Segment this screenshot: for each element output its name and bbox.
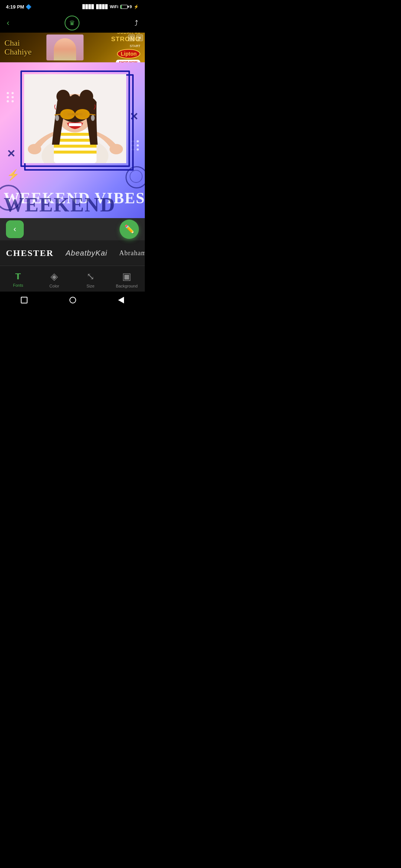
ad-shop-btn[interactable]: SHOP NOW (116, 60, 140, 62)
ad-start: START (130, 44, 140, 48)
size-label: Size (87, 284, 94, 288)
ad-person-shape (54, 38, 76, 60)
system-nav-bar (0, 292, 145, 310)
top-nav: ‹ ♛ ⤴ (0, 13, 145, 33)
font-item-abrahamlincoln[interactable]: AbrahamLincoln (116, 248, 145, 259)
time-display: 4:19 PM (6, 4, 24, 10)
toolbar-item-background[interactable]: ▣ Background (109, 271, 145, 288)
ad-lipton: Lipton (117, 49, 140, 59)
color-label: Color (49, 284, 59, 288)
signal-icon: ▊▊▊▊ (82, 4, 94, 9)
status-indicators: ▊▊▊▊ ▊▊▊▊ WiFi 9 ⚡ (82, 4, 139, 9)
photo-frame[interactable] (20, 70, 130, 167)
text-weekend: WEEKEND (4, 193, 115, 216)
prev-arrow-icon: ‹ (13, 224, 16, 234)
svg-point-23 (91, 115, 95, 121)
girl-svg (24, 74, 126, 163)
svg-point-8 (110, 144, 123, 154)
svg-point-18 (63, 111, 72, 118)
svg-point-7 (28, 144, 41, 154)
text-overlay: WEEKEND VIBES WEEKEND (0, 181, 145, 218)
font-chester-label: CHESTER (6, 248, 54, 258)
export-button[interactable]: ⤴ (134, 19, 138, 27)
battery-percent: 9 (130, 4, 132, 9)
svg-point-22 (55, 115, 59, 121)
prev-button[interactable]: ‹ (6, 220, 24, 238)
system-home-btn[interactable] (69, 297, 76, 303)
svg-rect-21 (69, 123, 82, 126)
svg-rect-6 (54, 151, 97, 154)
signal2-icon: ▊▊▊▊ (96, 4, 108, 9)
toolbar-item-color[interactable]: ◈ Color (36, 271, 73, 288)
color-icon: ◈ (50, 271, 58, 282)
bottom-area: ‹ ✏️ CHESTER AbeatbyKai AbrahamLincoln A… (0, 218, 145, 292)
ad-controls: ⓘ ✕ (128, 34, 143, 41)
edit-fab-button[interactable]: ✏️ (120, 220, 139, 239)
svg-rect-5 (54, 145, 97, 148)
font-selector[interactable]: CHESTER AbeatbyKai AbrahamLincoln AbrilF… (0, 240, 145, 266)
system-square-btn[interactable] (21, 297, 27, 303)
toolbar-item-fonts[interactable]: 𝗧 Fonts (0, 272, 36, 287)
ad-close-btn[interactable]: ✕ (136, 34, 143, 41)
back-button[interactable]: ‹ (7, 18, 9, 28)
status-time: 4:19 PM 🔷 (6, 4, 32, 10)
ad-info-btn[interactable]: ⓘ (128, 34, 135, 41)
ad-text-left: ChaiChahiye (4, 39, 35, 56)
crown-icon: ♛ (69, 19, 75, 27)
logo-badge: ♛ (65, 16, 79, 30)
size-icon: ⤡ (87, 271, 95, 282)
font-abrahamlincoln-label: AbrahamLincoln (119, 249, 145, 257)
system-back-btn[interactable] (118, 297, 124, 303)
status-icon: 🔷 (26, 4, 32, 10)
status-bar: 4:19 PM 🔷 ▊▊▊▊ ▊▊▊▊ WiFi 9 ⚡ (0, 0, 145, 13)
canvas-area[interactable]: ✕ ✕ ⚡ (0, 62, 145, 218)
ad-center (35, 34, 95, 60)
pencil-icon: ✏️ (124, 224, 134, 234)
fonts-icon: 𝗧 (15, 272, 21, 282)
bottom-toolbar: 𝗧 Fonts ◈ Color ⤡ Size ▣ Background (0, 266, 145, 292)
battery-icon (120, 5, 128, 9)
font-abeatbykai-label: AbeatbyKai (66, 249, 107, 257)
photo-image (24, 74, 126, 163)
deco-x-left: ✕ (7, 148, 15, 160)
ad-banner: ChaiChahiye SUBAH ka STRONG START Lipton… (0, 33, 145, 62)
deco-zigzag: ⚡ (7, 169, 20, 181)
font-item-abeatbykai[interactable]: AbeatbyKai (63, 247, 110, 259)
ad-person (46, 34, 84, 60)
deco-dots-topleft (7, 92, 14, 102)
charging-icon: ⚡ (134, 4, 139, 9)
background-icon: ▣ (122, 271, 131, 282)
background-label: Background (116, 284, 138, 288)
wifi-icon: WiFi (110, 4, 118, 9)
svg-point-19 (78, 111, 87, 118)
nav-controls: ‹ ✏️ (0, 218, 145, 240)
fonts-label: Fonts (13, 283, 23, 287)
toolbar-item-size[interactable]: ⤡ Size (72, 271, 109, 288)
font-item-chester[interactable]: CHESTER (3, 247, 57, 260)
